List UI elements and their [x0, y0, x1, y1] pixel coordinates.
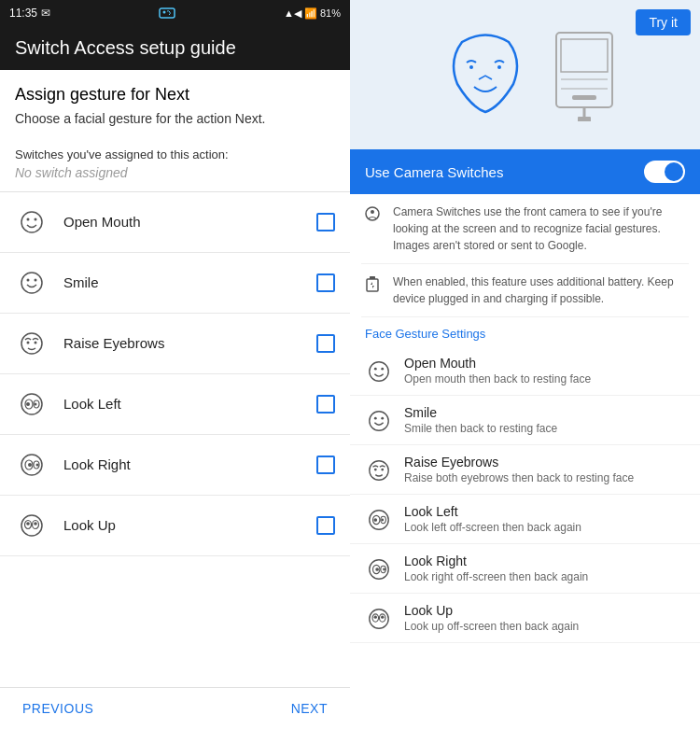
look-right-icon: [365, 555, 393, 583]
list-item[interactable]: Smile: [0, 253, 350, 314]
gesture-checkbox[interactable]: [316, 273, 335, 292]
svg-point-18: [28, 463, 32, 467]
gesture-checkbox[interactable]: [316, 456, 335, 474]
gesture-name: Raise Eyebrows: [63, 335, 316, 351]
gesture-checkbox[interactable]: [316, 395, 335, 414]
list-item[interactable]: Look Left: [0, 374, 350, 435]
svg-point-20: [36, 463, 39, 466]
toggle-switch[interactable]: [644, 161, 685, 183]
svg-point-47: [381, 469, 384, 471]
previous-button[interactable]: Previous: [22, 701, 93, 716]
svg-point-62: [381, 615, 384, 618]
gesture-text: Look Right Look right off-screen then ba…: [404, 554, 685, 583]
right-gesture-list: Open Mouth Open mouth then back to resti…: [350, 346, 700, 729]
message-icon: ✉: [41, 7, 50, 20]
gesture-name: Raise Eyebrows: [404, 455, 685, 470]
gesture-text: Smile Smile then back to resting face: [404, 405, 685, 435]
left-panel: 11:35 ✉ ▲◀ 📶 81% Switch Access setup gui…: [0, 0, 350, 729]
gesture-name: Smile: [63, 274, 316, 290]
svg-point-3: [27, 217, 30, 220]
time: 11:35: [9, 7, 37, 20]
app-icon: [158, 7, 176, 20]
gesture-desc: Look up off-screen then back again: [404, 620, 685, 633]
gesture-name: Look Up: [63, 517, 316, 533]
next-button[interactable]: Next: [291, 701, 328, 716]
svg-point-52: [381, 519, 384, 522]
svg-point-39: [370, 362, 388, 381]
smile-icon: [365, 407, 393, 435]
svg-rect-32: [572, 95, 596, 100]
battery-info-icon: [361, 275, 384, 292]
svg-point-42: [370, 412, 388, 430]
gesture-checkbox[interactable]: [316, 334, 335, 353]
svg-point-26: [469, 65, 473, 69]
gesture-list: Open Mouth Smile: [0, 192, 350, 687]
list-item[interactable]: Raise Eyebrows: [0, 314, 350, 374]
svg-point-9: [27, 341, 30, 343]
gesture-checkbox[interactable]: [316, 213, 335, 231]
list-item[interactable]: Look Up Look up off-screen then back aga…: [350, 594, 700, 643]
gesture-name: Look Right: [63, 456, 316, 472]
svg-point-36: [371, 210, 374, 214]
gesture-text: Look Up Look up off-screen then back aga…: [404, 603, 685, 633]
switches-assigned: Switches you've assigned to this action:…: [0, 136, 350, 191]
list-item[interactable]: Raise Eyebrows Raise both eyebrows then …: [350, 445, 700, 495]
svg-point-43: [374, 417, 377, 420]
left-content: Assign gesture for Next Choose a facial …: [0, 70, 350, 729]
info-row-2: When enabled, this feature uses addition…: [361, 264, 689, 317]
face-gesture-settings-title: Face Gesture Settings: [350, 317, 700, 346]
raise-eyebrows-icon: [15, 327, 49, 360]
camera-switch-bar[interactable]: Use Camera Switches: [350, 149, 700, 194]
right-panel: Try it: [350, 0, 700, 729]
open-mouth-icon: [365, 357, 393, 386]
svg-point-44: [381, 417, 384, 420]
look-left-icon: [15, 387, 49, 421]
list-item[interactable]: Smile Smile then back to resting face: [350, 396, 700, 445]
list-item[interactable]: Open Mouth: [0, 192, 350, 253]
try-it-button[interactable]: Try it: [636, 9, 691, 35]
app-header: Switch Access setup guide: [0, 26, 350, 70]
camera-info-icon: [361, 205, 384, 222]
svg-point-10: [35, 341, 37, 343]
assign-section: Assign gesture for Next Choose a facial …: [0, 70, 350, 136]
battery-text: 81%: [320, 7, 341, 19]
svg-rect-0: [160, 8, 175, 18]
wifi-icon: 📶: [304, 7, 317, 20]
camera-switch-label: Use Camera Switches: [365, 164, 503, 180]
svg-point-23: [26, 522, 30, 526]
raise-eyebrows-icon: [365, 456, 393, 484]
list-item[interactable]: Open Mouth Open mouth then back to resti…: [350, 346, 700, 396]
svg-point-60: [374, 615, 377, 618]
gesture-text: Raise Eyebrows Raise both eyebrows then …: [404, 455, 685, 484]
svg-rect-29: [561, 39, 608, 72]
svg-point-15: [35, 402, 37, 405]
gesture-checkbox[interactable]: [316, 516, 335, 535]
svg-point-40: [374, 368, 377, 371]
no-switch-text: No switch assigned: [15, 165, 335, 188]
svg-point-2: [21, 212, 42, 232]
gesture-name: Look Left: [404, 504, 685, 519]
face-illustration: [434, 23, 617, 126]
svg-point-41: [381, 368, 384, 371]
gesture-desc: Look right off-screen then back again: [404, 570, 685, 583]
svg-point-57: [383, 568, 385, 571]
look-left-icon: [365, 506, 393, 534]
svg-point-46: [374, 469, 377, 471]
list-item[interactable]: Look Right Look right off-screen then ba…: [350, 544, 700, 594]
status-bar-left: 11:35 ✉: [9, 7, 50, 20]
list-item[interactable]: Look Left Look left off-screen then back…: [350, 495, 700, 544]
list-item[interactable]: Look Right: [0, 435, 350, 496]
assign-title: Assign gesture for Next: [15, 85, 335, 105]
look-up-icon: [15, 509, 49, 542]
gesture-text: Open Mouth Open mouth then back to resti…: [404, 356, 685, 386]
device-svg: [552, 28, 617, 121]
status-bar-right: ▲◀ 📶 81%: [284, 7, 341, 20]
svg-point-1: [163, 11, 166, 14]
svg-point-7: [35, 278, 37, 281]
look-up-icon: [365, 605, 393, 633]
list-item[interactable]: Look Up: [0, 496, 350, 556]
gesture-name: Open Mouth: [63, 214, 316, 230]
svg-point-55: [375, 568, 379, 571]
left-footer: Previous Next: [0, 687, 350, 729]
gesture-desc: Look left off-screen then back again: [404, 521, 685, 534]
